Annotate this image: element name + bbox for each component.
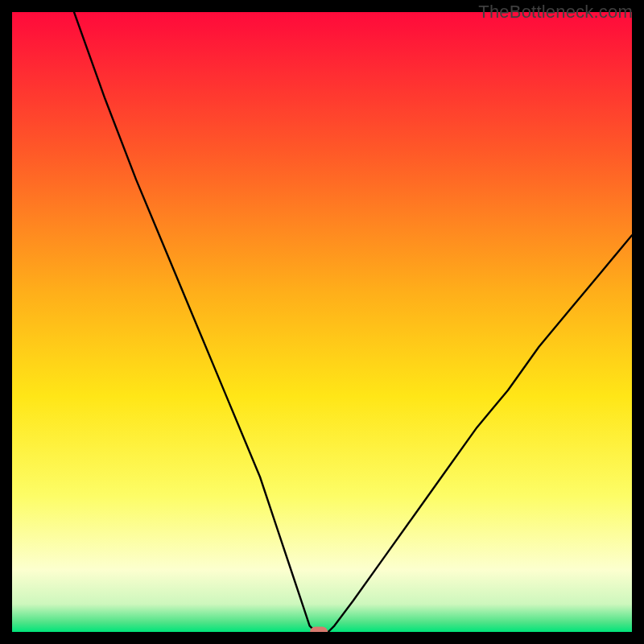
watermark-text: TheBottleneck.com (478, 2, 633, 23)
gradient-background (12, 12, 632, 632)
chart-svg (12, 12, 632, 632)
chart-frame: TheBottleneck.com (0, 0, 644, 644)
plot-area (12, 12, 632, 632)
minimum-marker (310, 627, 328, 633)
